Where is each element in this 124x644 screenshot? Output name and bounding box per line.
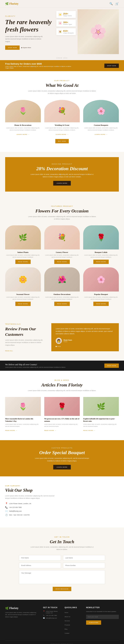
featured-title-1: Luxury Flower: [44, 251, 80, 253]
booking-label: BOOKING PRODUCT: [11, 163, 113, 165]
product-card-1: 💐 Wedding & Event Lorem ipsum dolor sit …: [44, 100, 80, 136]
testimonial-read-all-link[interactable]: READ ALL: [5, 350, 13, 352]
footer-quicklinks-heading: Quicklinks: [64, 606, 81, 608]
featured-btn-2[interactable]: READ MORE: [93, 260, 109, 264]
search-icon[interactable]: 🔍: [109, 2, 113, 5]
visit-info: 📍 1234 Flower Street, London, UK 📞 +44 1…: [5, 502, 119, 516]
footer-quicklinks-list: HomeAbout UsServicesProductsBlogContact: [64, 610, 81, 634]
booking-title: 28% Decoration Discount: [11, 166, 113, 172]
navbar: 🌿 Floristy 🔍 🛒: [0, 0, 124, 8]
visit-section: OUR NURSERY Visit Our Shop Lorem ipsum d…: [0, 476, 124, 528]
featured-image-1: 💐: [44, 225, 80, 250]
section-label-product: OUR PRODUCT: [5, 80, 119, 82]
last-name-input[interactable]: [63, 555, 105, 560]
send-message-button[interactable]: Send Message: [53, 587, 71, 591]
blog-title-1: We grown on our own. 15% Hully on the sa…: [44, 418, 80, 422]
footer-quicklink-item[interactable]: About Us: [64, 616, 70, 618]
featured-grid: 🌿 Indoor Plants Lorem ipsum dolor sit am…: [5, 225, 119, 306]
email-icon: ✉️: [5, 510, 8, 512]
buy-now-container: BUY NOW: [5, 139, 119, 143]
featured-image-2: 🌹: [83, 225, 119, 250]
blog-section: BLOG & NEWS Articles From Floristy Lorem…: [0, 371, 124, 440]
what-we-good-section: OUR PRODUCT What We Good At Lorem ipsum …: [0, 71, 124, 152]
banner-desc: Lorem ipsum dolor sit amet, consectetur …: [5, 66, 74, 69]
product-link-0[interactable]: LEARN MORE →: [16, 134, 30, 135]
product-link-1[interactable]: LEARN MORE →: [56, 134, 68, 135]
featured-card-2: 🌹 Bouquet Collab Lorem ipsum dolor sit a…: [83, 225, 119, 264]
banner-shop-button[interactable]: SHOP NOW: [104, 64, 119, 68]
contact-title: Get In Touch: [5, 539, 119, 544]
featured-title-2: Bouquet Collab: [83, 251, 119, 253]
footer-quicklink-item[interactable]: Home: [64, 612, 68, 613]
blog-link-2[interactable]: READ MORE →: [83, 430, 95, 431]
featured-image-5: 🌸: [83, 268, 119, 292]
hours-icon: 🕐: [5, 514, 8, 516]
order-learn-more-button[interactable]: LEARN MORE: [53, 465, 71, 470]
blog-title-0: Most reasonable florist in London this V…: [5, 418, 41, 422]
booking-learn-more-button[interactable]: LEARN MORE: [53, 181, 71, 186]
cart-icon[interactable]: 🛒: [116, 2, 119, 5]
footer-contact-item: ✉️hello@floristy.com: [43, 617, 60, 619]
delivery-shop-button[interactable]: SHOP NOW: [104, 364, 119, 368]
hero-label: FLORISTY: [5, 15, 119, 17]
product-desc-0: Lorem ipsum dolor sit amet, consectetur …: [5, 127, 41, 131]
footer-quicklink-item[interactable]: Blog: [64, 628, 67, 630]
logo: 🌿 Floristy: [5, 2, 18, 5]
product-title-2: Custom Bouquets: [83, 124, 119, 126]
featured-btn-5[interactable]: READ MORE: [93, 302, 109, 306]
footer-logo: 🌿 Floristy: [5, 606, 38, 610]
footer-newsletter-button[interactable]: Subscribe: [86, 620, 101, 625]
product-link-2[interactable]: LEARN MORE →: [94, 134, 108, 135]
visit-phone: 📞 +44 123 456 7890: [5, 506, 119, 508]
first-name-input[interactable]: [19, 555, 61, 560]
logo-leaf: 🌿: [5, 2, 8, 5]
footer-quicklink-item[interactable]: Contact: [64, 632, 70, 634]
footer-quicklink-item[interactable]: Products: [64, 624, 70, 626]
contact-form: Send Message: [19, 555, 105, 591]
footer-contact-heading: Get In Touch: [43, 606, 60, 608]
since-text: SINCE 1910: [0, 56, 124, 60]
visit-phone-text: +44 123 456 7890: [9, 506, 22, 508]
hero-title: The rare heavenly fresh flowers: [5, 18, 54, 33]
featured-text-1: Lorem ipsum dolor sit amet, consectetur …: [44, 254, 80, 258]
hero-buttons: SHOP NOW ▶ Explore More: [5, 46, 119, 50]
email-input[interactable]: [19, 563, 61, 568]
author-avatar: 👩: [56, 338, 62, 344]
order-desc: Lorem ipsum dolor sit amet, consectetur …: [32, 457, 92, 462]
featured-text-0: Lorem ipsum dolor sit amet, consectetur …: [5, 254, 41, 258]
footer-newsletter-input[interactable]: [86, 615, 119, 619]
product-card-0: 🌷 Home & Decorations Lorem ipsum dolor s…: [5, 100, 41, 136]
contact-desc: Lorem ipsum dolor sit amet, consectetur …: [29, 546, 95, 551]
blog-link-0[interactable]: READ MORE →: [5, 430, 17, 431]
message-textarea[interactable]: [19, 570, 105, 584]
hero-content: FLORISTY The rare heavenly fresh flowers…: [5, 15, 119, 50]
featured-text-2: Lorem ipsum dolor sit amet, consectetur …: [83, 254, 119, 258]
section-desc-product: Lorem ipsum dolor sit amet, consectetur …: [28, 90, 96, 95]
dot-2[interactable]: [58, 346, 58, 347]
featured-btn-0[interactable]: READ MORE: [15, 260, 31, 264]
footer-contact-item: 📞+44 123 456 7890: [43, 615, 60, 616]
visit-email-text: hello@floristy.com: [9, 510, 22, 512]
shop-now-button[interactable]: SHOP NOW: [5, 46, 20, 50]
footer: 🌿 Floristy Lorem ipsum dolor sit amet, c…: [0, 600, 124, 644]
address-icon: 📍: [5, 502, 8, 505]
dot-3[interactable]: [60, 346, 60, 347]
blog-card-2: 🌿 English daffodils left unpicked due to…: [83, 397, 119, 432]
featured-btn-4[interactable]: READ MORE: [54, 302, 70, 306]
product-title-1: Wedding & Event: [44, 124, 80, 126]
footer-about-col: 🌿 Floristy Lorem ipsum dolor sit amet, c…: [5, 606, 38, 636]
featured-btn-3[interactable]: READ MORE: [15, 302, 31, 306]
testimonial-label: TESTIMONIALS: [5, 323, 44, 325]
dot-1[interactable]: [56, 346, 57, 347]
visit-hours-text: Mon - Sat: 9:00 AM - 6:00 PM: [9, 514, 30, 516]
blog-title: Articles From Floristy: [5, 382, 119, 388]
explore-more-button[interactable]: ▶ Explore More: [21, 47, 31, 48]
blog-link-1[interactable]: READ MORE →: [44, 430, 56, 431]
phone-input[interactable]: [63, 563, 105, 568]
footer-quicklink-item[interactable]: Services: [64, 620, 70, 622]
featured-btn-1[interactable]: READ MORE: [54, 260, 70, 264]
buy-now-button[interactable]: BUY NOW: [55, 139, 68, 143]
products-grid: 🌷 Home & Decorations Lorem ipsum dolor s…: [5, 100, 119, 136]
nav-icons: 🔍 🛒: [109, 2, 119, 5]
footer-logo-text: Floristy: [9, 606, 18, 610]
